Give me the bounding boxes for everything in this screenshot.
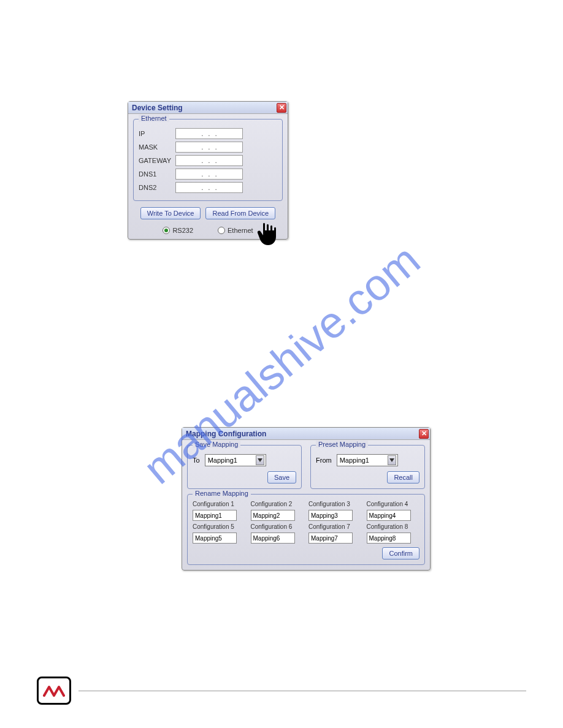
divider [79,691,526,691]
config-input[interactable] [251,510,295,521]
config-label: Configuration 6 [251,523,304,530]
rs232-radio[interactable]: RS232 [163,227,193,234]
read-from-device-button[interactable]: Read From Device [205,207,275,219]
ethernet-legend: Ethernet [139,115,169,122]
gateway-input[interactable] [175,155,243,166]
config-input[interactable] [367,533,411,544]
config-label: Configuration 4 [367,501,420,507]
ethernet-fieldset: Ethernet IP MASK GATEWAY DNS1 DNS2 [133,119,283,201]
logo [37,677,71,705]
radio-icon [163,227,170,234]
save-to-select[interactable]: Mapping1 [205,454,266,466]
config-input[interactable] [308,510,353,521]
config-label: Configuration 5 [193,523,246,530]
ip-row: IP [139,128,277,139]
save-to-value: Mapping1 [208,457,237,464]
preset-from-select[interactable]: Mapping1 [337,454,398,466]
config-input[interactable] [367,510,411,521]
config-input[interactable] [193,510,237,521]
config-input[interactable] [193,533,237,544]
rename-mapping-fieldset: Rename Mapping Configuration 1 Configura… [187,494,425,565]
close-icon[interactable]: ✕ [419,429,429,439]
save-mapping-legend: Save Mapping [193,441,240,448]
config-label: Configuration 1 [193,501,246,507]
preset-from-value: Mapping1 [340,457,369,464]
from-label: From [316,457,332,464]
logo-icon [43,684,65,697]
gateway-row: GATEWAY [139,155,277,166]
mapping-configuration-dialog: Mapping Configuration ✕ Save Mapping To … [182,427,431,571]
save-button[interactable]: Save [267,471,296,483]
chevron-down-icon [256,455,264,465]
config-label: Configuration 3 [308,501,362,507]
close-icon[interactable]: ✕ [277,103,286,113]
mask-label: MASK [139,143,175,151]
recall-button[interactable]: Recall [387,471,419,483]
gateway-label: GATEWAY [139,157,175,164]
config-input[interactable] [251,533,295,544]
config-label: Configuration 2 [251,501,304,507]
save-mapping-fieldset: Save Mapping To Mapping1 Save [187,445,302,489]
rs232-label: RS232 [172,227,193,234]
chevron-down-icon [388,455,396,465]
dialog-title-text: Device Setting [132,104,183,112]
ip-label: IP [139,130,175,137]
dns2-row: DNS2 [139,182,277,193]
dns1-row: DNS1 [139,169,277,180]
hand-cursor-icon [255,219,279,247]
radio-icon [218,227,225,234]
preset-mapping-legend: Preset Mapping [316,441,368,448]
ip-input[interactable] [175,128,243,139]
dns1-label: DNS1 [139,170,175,178]
preset-mapping-fieldset: Preset Mapping From Mapping1 Recall [310,445,425,489]
dns2-input[interactable] [175,182,243,193]
ethernet-radio-label: Ethernet [228,227,253,234]
config-input[interactable] [308,533,353,544]
dns1-input[interactable] [175,169,243,180]
to-label: To [193,457,200,464]
confirm-button[interactable]: Confirm [382,547,419,559]
dialog-title: Mapping Configuration ✕ [182,428,430,440]
rename-mapping-legend: Rename Mapping [193,490,251,497]
mask-input[interactable] [175,142,243,153]
mask-row: MASK [139,142,277,153]
write-to-device-button[interactable]: Write To Device [140,207,201,219]
dialog-title: Device Setting ✕ [128,102,288,114]
config-label: Configuration 8 [367,523,420,530]
ethernet-radio[interactable]: Ethernet [218,227,253,234]
device-buttons: Write To Device Read From Device [133,207,283,219]
dialog-title-text: Mapping Configuration [186,430,266,438]
dns2-label: DNS2 [139,184,175,191]
config-label: Configuration 7 [308,523,362,530]
